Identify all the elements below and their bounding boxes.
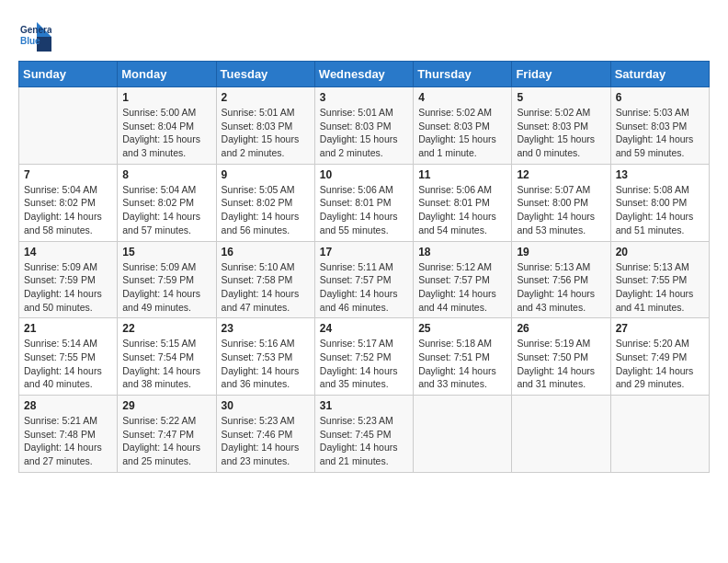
day-info: Sunrise: 5:13 AMSunset: 7:55 PMDaylight:… [616, 260, 704, 315]
calendar-week-row: 1Sunrise: 5:00 AMSunset: 8:04 PMDaylight… [19, 87, 710, 165]
calendar-cell: 11Sunrise: 5:06 AMSunset: 8:01 PMDayligh… [414, 164, 512, 241]
calendar-cell: 20Sunrise: 5:13 AMSunset: 7:55 PMDayligh… [610, 241, 709, 318]
day-info: Sunrise: 5:06 AMSunset: 8:01 PMDaylight:… [418, 183, 506, 237]
day-number: 12 [517, 168, 605, 181]
calendar-cell: 21Sunrise: 5:14 AMSunset: 7:55 PMDayligh… [19, 318, 118, 396]
weekday-header-saturday: Saturday [610, 62, 709, 87]
weekday-header-thursday: Thursday [414, 62, 512, 87]
day-number: 27 [616, 322, 704, 335]
calendar-week-row: 28Sunrise: 5:21 AMSunset: 7:48 PMDayligh… [19, 396, 710, 473]
day-info: Sunrise: 5:07 AMSunset: 8:00 PMDaylight:… [517, 183, 605, 237]
day-info: Sunrise: 5:01 AMSunset: 8:03 PMDaylight:… [320, 106, 408, 160]
calendar-cell: 22Sunrise: 5:15 AMSunset: 7:54 PMDayligh… [118, 318, 216, 396]
calendar-body: 1Sunrise: 5:00 AMSunset: 8:04 PMDaylight… [19, 87, 710, 473]
calendar-cell: 13Sunrise: 5:08 AMSunset: 8:00 PMDayligh… [610, 164, 709, 241]
calendar-cell: 5Sunrise: 5:02 AMSunset: 8:03 PMDaylight… [512, 87, 610, 165]
day-info: Sunrise: 5:08 AMSunset: 8:00 PMDaylight:… [616, 183, 704, 237]
calendar-cell: 29Sunrise: 5:22 AMSunset: 7:47 PMDayligh… [118, 396, 216, 473]
calendar-week-row: 21Sunrise: 5:14 AMSunset: 7:55 PMDayligh… [19, 318, 710, 396]
day-number: 20 [616, 246, 704, 259]
logo: General Blue [18, 18, 53, 52]
day-number: 11 [418, 168, 506, 181]
day-number: 1 [122, 91, 210, 104]
day-number: 18 [418, 246, 506, 259]
calendar-cell: 23Sunrise: 5:16 AMSunset: 7:53 PMDayligh… [216, 318, 314, 396]
calendar-week-row: 14Sunrise: 5:09 AMSunset: 7:59 PMDayligh… [19, 241, 710, 318]
day-number: 9 [222, 168, 310, 181]
day-number: 15 [122, 246, 210, 259]
day-number: 24 [320, 322, 408, 335]
day-info: Sunrise: 5:05 AMSunset: 8:02 PMDaylight:… [222, 183, 310, 237]
day-info: Sunrise: 5:03 AMSunset: 8:03 PMDaylight:… [616, 106, 704, 160]
day-number: 30 [222, 399, 310, 412]
calendar-cell: 3Sunrise: 5:01 AMSunset: 8:03 PMDaylight… [314, 87, 413, 165]
day-number: 8 [122, 168, 210, 181]
day-info: Sunrise: 5:17 AMSunset: 7:52 PMDaylight:… [320, 337, 408, 391]
calendar-cell: 19Sunrise: 5:13 AMSunset: 7:56 PMDayligh… [512, 241, 610, 318]
calendar-cell: 30Sunrise: 5:23 AMSunset: 7:46 PMDayligh… [216, 396, 314, 473]
day-info: Sunrise: 5:02 AMSunset: 8:03 PMDaylight:… [418, 106, 506, 160]
calendar-cell: 14Sunrise: 5:09 AMSunset: 7:59 PMDayligh… [19, 241, 118, 318]
day-number: 16 [222, 246, 310, 259]
calendar-cell: 17Sunrise: 5:11 AMSunset: 7:57 PMDayligh… [314, 241, 413, 318]
day-info: Sunrise: 5:18 AMSunset: 7:51 PMDaylight:… [418, 337, 506, 391]
day-number: 4 [418, 91, 506, 104]
day-number: 25 [418, 322, 506, 335]
weekday-header-wednesday: Wednesday [314, 62, 413, 87]
calendar-cell: 6Sunrise: 5:03 AMSunset: 8:03 PMDaylight… [610, 87, 709, 165]
calendar-cell: 15Sunrise: 5:09 AMSunset: 7:59 PMDayligh… [118, 241, 216, 318]
calendar-table: SundayMondayTuesdayWednesdayThursdayFrid… [18, 61, 710, 473]
svg-text:General: General [20, 25, 51, 35]
day-info: Sunrise: 5:11 AMSunset: 7:57 PMDaylight:… [320, 260, 408, 315]
day-info: Sunrise: 5:00 AMSunset: 8:04 PMDaylight:… [122, 106, 210, 160]
day-number: 13 [616, 168, 704, 181]
weekday-header-tuesday: Tuesday [216, 62, 314, 87]
day-info: Sunrise: 5:14 AMSunset: 7:55 PMDaylight:… [24, 337, 112, 391]
calendar-cell: 4Sunrise: 5:02 AMSunset: 8:03 PMDaylight… [414, 87, 512, 165]
day-info: Sunrise: 5:04 AMSunset: 8:02 PMDaylight:… [24, 183, 112, 237]
day-number: 17 [320, 246, 408, 259]
calendar-cell: 18Sunrise: 5:12 AMSunset: 7:57 PMDayligh… [414, 241, 512, 318]
svg-text:Blue: Blue [20, 36, 40, 46]
weekday-header-sunday: Sunday [19, 62, 118, 87]
day-info: Sunrise: 5:16 AMSunset: 7:53 PMDaylight:… [222, 337, 310, 391]
page-header: General Blue [18, 18, 710, 52]
day-number: 22 [122, 322, 210, 335]
day-number: 29 [122, 399, 210, 412]
day-info: Sunrise: 5:20 AMSunset: 7:49 PMDaylight:… [616, 337, 704, 391]
day-number: 23 [222, 322, 310, 335]
calendar-cell: 1Sunrise: 5:00 AMSunset: 8:04 PMDaylight… [118, 87, 216, 165]
day-info: Sunrise: 5:02 AMSunset: 8:03 PMDaylight:… [517, 106, 605, 160]
logo-icon: General Blue [18, 18, 51, 52]
day-info: Sunrise: 5:01 AMSunset: 8:03 PMDaylight:… [222, 106, 310, 160]
day-info: Sunrise: 5:15 AMSunset: 7:54 PMDaylight:… [122, 337, 210, 391]
weekday-header-row: SundayMondayTuesdayWednesdayThursdayFrid… [19, 62, 710, 87]
day-number: 21 [24, 322, 112, 335]
day-info: Sunrise: 5:23 AMSunset: 7:45 PMDaylight:… [320, 414, 408, 468]
calendar-cell: 12Sunrise: 5:07 AMSunset: 8:00 PMDayligh… [512, 164, 610, 241]
calendar-cell: 26Sunrise: 5:19 AMSunset: 7:50 PMDayligh… [512, 318, 610, 396]
calendar-cell: 2Sunrise: 5:01 AMSunset: 8:03 PMDaylight… [216, 87, 314, 165]
day-info: Sunrise: 5:10 AMSunset: 7:58 PMDaylight:… [222, 260, 310, 315]
day-info: Sunrise: 5:09 AMSunset: 7:59 PMDaylight:… [24, 260, 112, 315]
day-info: Sunrise: 5:22 AMSunset: 7:47 PMDaylight:… [122, 414, 210, 468]
calendar-cell: 8Sunrise: 5:04 AMSunset: 8:02 PMDaylight… [118, 164, 216, 241]
day-info: Sunrise: 5:21 AMSunset: 7:48 PMDaylight:… [24, 414, 112, 468]
day-number: 31 [320, 399, 408, 412]
day-number: 7 [24, 168, 112, 181]
calendar-cell [414, 396, 512, 473]
weekday-header-monday: Monday [118, 62, 216, 87]
calendar-cell: 25Sunrise: 5:18 AMSunset: 7:51 PMDayligh… [414, 318, 512, 396]
day-number: 14 [24, 246, 112, 259]
calendar-cell: 27Sunrise: 5:20 AMSunset: 7:49 PMDayligh… [610, 318, 709, 396]
calendar-cell: 24Sunrise: 5:17 AMSunset: 7:52 PMDayligh… [314, 318, 413, 396]
day-info: Sunrise: 5:09 AMSunset: 7:59 PMDaylight:… [122, 260, 210, 315]
weekday-header-friday: Friday [512, 62, 610, 87]
day-number: 19 [517, 246, 605, 259]
day-number: 5 [517, 91, 605, 104]
day-number: 2 [222, 91, 310, 104]
day-info: Sunrise: 5:06 AMSunset: 8:01 PMDaylight:… [320, 183, 408, 237]
calendar-cell: 31Sunrise: 5:23 AMSunset: 7:45 PMDayligh… [314, 396, 413, 473]
calendar-cell [610, 396, 709, 473]
calendar-cell: 28Sunrise: 5:21 AMSunset: 7:48 PMDayligh… [19, 396, 118, 473]
